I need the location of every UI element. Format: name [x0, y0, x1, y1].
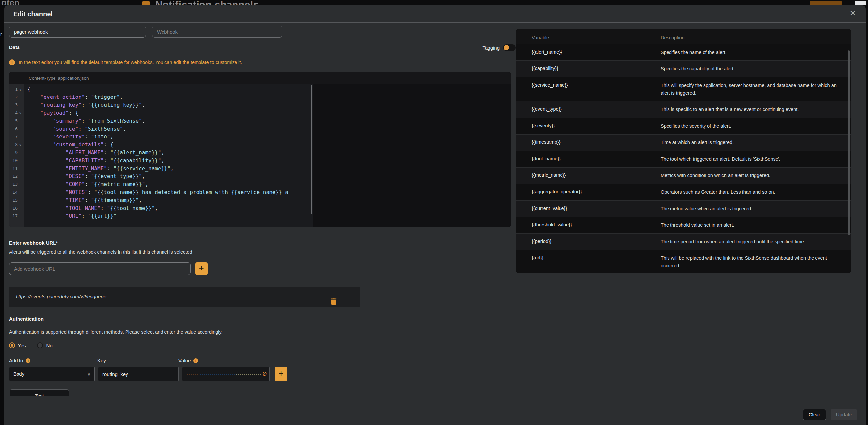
modal-header: Edit channel ×: [4, 5, 866, 23]
variable-row: {{alert_name}}Specifies the name of the …: [516, 44, 851, 60]
editor-scrollbar-thumb[interactable]: [311, 85, 312, 214]
channel-type-input[interactable]: [152, 26, 282, 38]
tagging-toggle[interactable]: [503, 44, 516, 51]
gutter-line: 2: [9, 93, 24, 101]
gutter-line: 12: [9, 173, 24, 180]
test-button[interactable]: Test: [9, 389, 69, 396]
fold-chevron-icon[interactable]: ∨: [18, 141, 24, 149]
variable-name: {{period}}: [532, 238, 660, 246]
update-button[interactable]: Update: [831, 409, 857, 420]
add-auth-button[interactable]: +: [275, 367, 287, 382]
fold-chevron-icon: [18, 157, 24, 164]
variable-description: Time at which an alert is triggered.: [660, 139, 838, 146]
variable-row: {{event_type}}This is specific to an ale…: [516, 101, 851, 118]
gutter-line: 1∨: [9, 85, 24, 93]
variable-description: Operators such as Greater than, Less tha…: [660, 188, 838, 196]
editor-code[interactable]: { "event_action": "trigger", "routing_ke…: [24, 84, 311, 227]
code-line: "DESC": "{{event_type}}",: [27, 173, 311, 180]
variable-name: {{aggregator_operator}}: [532, 188, 660, 196]
variable-description: Specifies the severity of the alert.: [660, 122, 838, 130]
variable-description: This will be replaced with the link to t…: [660, 254, 838, 270]
variable-description: The tool which triggered an alert. Defau…: [660, 155, 838, 163]
line-number: 14: [9, 188, 18, 196]
clear-button[interactable]: Clear: [803, 409, 826, 420]
variable-name: {{event_type}}: [532, 106, 660, 113]
line-number: 6: [9, 125, 18, 133]
value-info-icon[interactable]: i: [193, 358, 198, 363]
variable-row: {{severity}}Specifies the severity of th…: [516, 118, 851, 134]
code-line: {: [27, 85, 311, 93]
data-section-label: Data: [9, 44, 20, 50]
webhook-template-editor: Content-Type: application/json 1∨234∨567…: [9, 72, 511, 227]
variable-description: Metrics with condition on which an alert…: [660, 172, 838, 179]
variable-description: Specifies the name of the alert.: [660, 49, 838, 56]
variable-description: The time period from when an alert trigg…: [660, 238, 838, 246]
line-number: 8: [9, 141, 18, 149]
fold-chevron-icon: [18, 164, 24, 173]
variable-row: {{tool_name}}The tool which triggered an…: [516, 151, 851, 167]
auth-key-input[interactable]: [98, 367, 179, 382]
code-line: "CAPABILITY": "{{capability}}",: [27, 157, 311, 164]
fold-chevron-icon: [18, 180, 24, 188]
data-section-header: Data Tagging: [9, 44, 516, 53]
background-page-title: Notification channels: [155, 0, 259, 5]
variable-description: Specifies the capability of the alert.: [660, 65, 838, 73]
auth-yes-option[interactable]: Yes: [9, 342, 26, 348]
code-line: "NOTES": "{{tool_name}} has detected a p…: [27, 188, 311, 196]
fold-chevron-icon: [18, 212, 24, 220]
gutter-line: 16: [9, 204, 24, 212]
fold-chevron-icon[interactable]: ∨: [18, 109, 24, 117]
eye-off-icon[interactable]: Ø: [262, 371, 267, 377]
webhook-url-subtext: Alerts will be triggered to all the webh…: [9, 249, 192, 255]
editor-body: 1∨234∨5678∨91011121314151617 { "event_ac…: [9, 84, 511, 227]
line-number: 12: [9, 173, 18, 180]
line-number: 17: [9, 212, 18, 220]
variable-name: {{current_value}}: [532, 205, 660, 212]
channel-form-pane: Data Tagging i In the text editor you wi…: [9, 23, 516, 396]
fold-chevron-icon: [18, 125, 24, 133]
variable-name: {{metric_name}}: [532, 172, 660, 179]
fold-chevron-icon: [18, 149, 24, 157]
add-webhook-url-input[interactable]: [9, 263, 191, 275]
description-column-header: Description: [660, 35, 685, 40]
variables-panel: Variable Description {{alert_name}}Speci…: [516, 29, 851, 273]
variable-name: {{timestamp}}: [532, 139, 660, 146]
variable-name: {{service_name}}: [532, 82, 660, 97]
variables-scrollbar[interactable]: [848, 50, 849, 235]
variables-table-header: Variable Description: [516, 29, 851, 44]
value-label: Value i: [178, 358, 198, 363]
code-line: "payload": {: [27, 109, 311, 117]
variable-name: {{severity}}: [532, 122, 660, 130]
fold-chevron-icon: [18, 117, 24, 125]
line-number: 16: [9, 204, 18, 212]
variable-row: {{url}}This will be replaced with the li…: [516, 250, 851, 273]
code-line: "event_action": "trigger",: [27, 93, 311, 101]
variable-name: {{alert_name}}: [532, 49, 660, 56]
variable-name: {{capability}}: [532, 65, 660, 73]
add-to-info-icon[interactable]: i: [26, 358, 30, 363]
gutter-line: 11: [9, 164, 24, 173]
fold-chevron-icon[interactable]: ∨: [18, 85, 24, 93]
variable-row: {{timestamp}}Time at which an alert is t…: [516, 134, 851, 151]
edit-channel-modal: Edit channel × Data Tagging i In the tex…: [4, 5, 866, 425]
gutter-line: 13: [9, 180, 24, 188]
add-webhook-url-button[interactable]: +: [195, 263, 208, 275]
line-number: 15: [9, 196, 18, 204]
gutter-line: 17: [9, 212, 24, 220]
auth-value-input[interactable]: ········································…: [182, 367, 270, 382]
trash-icon[interactable]: [330, 293, 337, 314]
channel-name-input[interactable]: [9, 26, 146, 38]
line-number: 5: [9, 117, 18, 125]
add-to-selected-value: Body: [13, 371, 25, 377]
editor-scrollbar[interactable]: [311, 84, 313, 227]
gutter-line: 3: [9, 101, 24, 109]
auth-no-option[interactable]: No: [37, 342, 52, 348]
line-number: 7: [9, 133, 18, 141]
authentication-radio-group: Yes No: [9, 342, 53, 349]
variables-table-body: {{alert_name}}Specifies the name of the …: [516, 44, 851, 273]
toggle-knob: [504, 45, 509, 50]
add-to-select[interactable]: Body ∨: [9, 367, 95, 382]
auth-field-labels: Add to i Key Value i: [9, 358, 516, 364]
close-icon[interactable]: ×: [850, 7, 856, 19]
auth-fields-row: Body ∨ ·································…: [9, 367, 287, 382]
